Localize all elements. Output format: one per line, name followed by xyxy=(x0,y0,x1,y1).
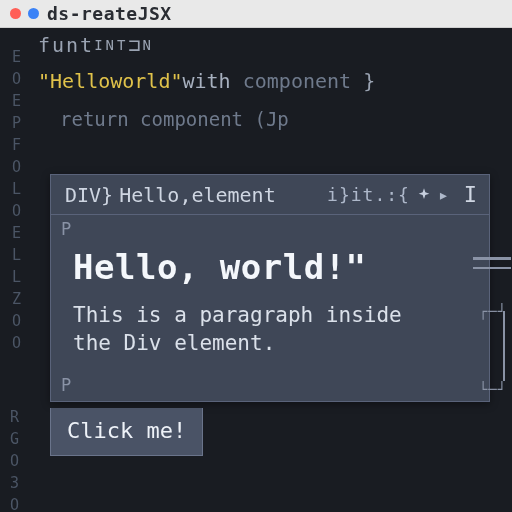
rendered-heading: Hello, world!" xyxy=(73,247,467,287)
minimize-icon[interactable] xyxy=(28,8,39,19)
gutter-char: O xyxy=(10,450,20,472)
gutter-char: P xyxy=(0,112,34,134)
gutter-char: L xyxy=(0,244,34,266)
gutter-char: E xyxy=(0,222,34,244)
click-me-button[interactable]: Click me! xyxy=(50,408,203,456)
gutter-char: Z xyxy=(0,288,34,310)
panel-markers: ┌─┘ └─┘ xyxy=(465,249,511,373)
code-line-2: "Helloworld"with component } xyxy=(38,68,506,94)
code-line-1: funtINT⊐N xyxy=(38,32,506,58)
string-literal: "Helloworld" xyxy=(38,69,183,93)
gutter-char: R xyxy=(10,406,20,428)
gutter-char: O xyxy=(0,68,34,90)
line-gutter-lower: RGO3OUP? xyxy=(10,406,20,512)
chevron-right-icon[interactable]: ▸ xyxy=(438,184,450,205)
gutter-char: O xyxy=(10,494,20,512)
panel-tag: DIV} xyxy=(65,183,113,207)
gutter-char: O xyxy=(0,156,34,178)
sparkle-icon[interactable] xyxy=(416,187,432,203)
gutter-char: O xyxy=(0,332,34,354)
window-title: ds-reateJSX xyxy=(47,3,172,24)
p-tag-top: P xyxy=(51,215,489,239)
gutter-char: O xyxy=(0,200,34,222)
panel-toolbar-glyphs[interactable]: i}it.:{ ▸ xyxy=(327,184,450,205)
panel-body: Hello, world!" This is a paragraph insid… xyxy=(51,239,489,373)
code-editor[interactable]: EOEPFOLOELLZOO funtINT⊐N "Helloworld"wit… xyxy=(0,28,512,512)
gutter-char: L xyxy=(0,266,34,288)
gutter-char: L xyxy=(0,178,34,200)
p-tag-bottom: P xyxy=(51,373,489,401)
close-icon[interactable] xyxy=(10,8,21,19)
panel-header[interactable]: DIV} Hello,element i}it.:{ ▸ I xyxy=(51,175,489,215)
panel-title: Hello,element xyxy=(119,183,276,207)
gutter-char: 3 xyxy=(10,472,20,494)
gutter-char: E xyxy=(0,90,34,112)
preview-panel: DIV} Hello,element i}it.:{ ▸ I P Hello, … xyxy=(50,174,490,402)
gutter-char: E xyxy=(0,46,34,68)
gutter-char: G xyxy=(10,428,20,450)
code-line-3: return component (Jp xyxy=(38,106,506,132)
panel-header-i: I xyxy=(456,182,477,207)
window-titlebar: ds-reateJSX xyxy=(0,0,512,28)
traffic-lights xyxy=(10,8,39,19)
gutter-char: O xyxy=(0,310,34,332)
gutter-char: F xyxy=(0,134,34,156)
code-area[interactable]: funtINT⊐N "Helloworld"with component } r… xyxy=(38,32,506,132)
rendered-paragraph: This is a paragraph inside the Div eleme… xyxy=(73,301,413,357)
